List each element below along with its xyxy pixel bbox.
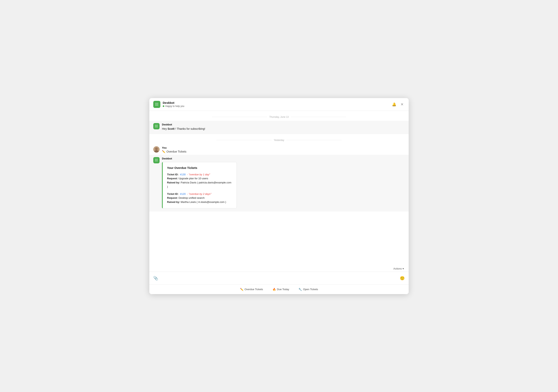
date-divider-thursday: Thursday, June 13: [149, 111, 409, 121]
ticket-raised-label-1: Raised by:: [167, 181, 180, 184]
bot-info: Deskbot Happy to help you: [163, 101, 391, 108]
ticket-entry-1: Ticket ID: #130 - "overdue by 1 day" Req…: [167, 173, 232, 189]
shortcut-overdue-tickets[interactable]: ✏️ Overdue Tickets: [238, 287, 265, 292]
header-actions: 🔔 ✕: [391, 102, 405, 107]
ticket-entry-2: Ticket ID: #120 - "overdue by 2 days" Re…: [167, 192, 232, 204]
chat-header: Deskbot Happy to help you 🔔 ✕: [149, 98, 409, 111]
bot-avatar-icon-2: [155, 158, 158, 162]
shortcut-open-label: Open Tickets: [303, 288, 318, 291]
user-message-text: Overdue Tickets: [166, 150, 186, 153]
ticket-raised-label-2: Raised by:: [167, 201, 180, 204]
user-avatar: [153, 146, 160, 153]
ticket-id-label-1: Ticket ID:: [167, 173, 178, 176]
actions-button[interactable]: Actions ▾: [392, 266, 406, 271]
date-divider-yesterday: Yesterday: [149, 134, 409, 144]
attach-button[interactable]: 📎: [152, 274, 160, 282]
user-message-content: ✏️ Overdue Tickets: [162, 150, 186, 153]
shortcut-due-today[interactable]: 🔥 Due Today: [271, 287, 291, 292]
bell-button[interactable]: 🔔: [391, 102, 397, 107]
actions-row: Actions ▾: [149, 265, 409, 272]
close-button[interactable]: ✕: [399, 102, 405, 107]
bot-avatar-2: [153, 157, 160, 163]
chat-body: Thursday, June 13 Deskbot Hey Scott ! Th…: [149, 111, 409, 265]
divider-line-left-2: [217, 140, 271, 140]
ticket-raised-line-1: Raised by: Patricia Davis ( patricia.dav…: [167, 181, 232, 189]
ticket-request-line-2: Request: Desktop unified search: [167, 196, 232, 200]
ticket-request-line-1: Request: Upgrade plan for 10 users: [167, 177, 232, 181]
bot-status: Happy to help you: [163, 105, 391, 108]
chat-window: Deskbot Happy to help you 🔔 ✕ Thursday, …: [149, 98, 409, 294]
ticket-id-label-2: Ticket ID:: [167, 192, 178, 196]
close-icon: ✕: [401, 102, 403, 107]
shortcut-overdue-label: Overdue Tickets: [244, 288, 263, 291]
user-sender-name: You: [162, 146, 186, 149]
ticket-id-line-2: Ticket ID: #120 - "overdue by 2 days": [167, 192, 232, 196]
ticket-raised-line-2: Raised by: Martha Lewis ( m.lewis@exampl…: [167, 200, 232, 204]
emoji-button[interactable]: 🙂: [398, 274, 406, 282]
svg-point-1: [154, 150, 159, 153]
bot-avatar-icon-1: [155, 124, 158, 128]
user-message-row: You ✏️ Overdue Tickets: [149, 144, 409, 155]
actions-chevron-icon: ▾: [402, 267, 404, 270]
bot-sender-name-2: Deskbot: [162, 157, 237, 160]
bot-message-content-1: Hey Scott ! Thanks for subscribing!: [162, 127, 205, 131]
bot-sender-name-1: Deskbot: [162, 123, 205, 126]
divider-line-right: [291, 117, 346, 117]
status-text: Happy to help you: [165, 105, 184, 108]
ticket-request-label-1: Request: [167, 177, 177, 180]
divider-line-right-2: [287, 140, 341, 140]
shortcut-due-label: Due Today: [277, 288, 289, 291]
bot-message-row-1: Deskbot Hey Scott ! Thanks for subscribi…: [149, 121, 409, 134]
ticket-id-link-2[interactable]: #120: [179, 192, 186, 196]
bot-name: Deskbot: [163, 101, 391, 104]
ticket-id-link-1[interactable]: #130: [179, 173, 186, 176]
attach-icon: 📎: [153, 276, 158, 281]
divider-line-left: [212, 117, 267, 117]
bot-logo: [153, 101, 160, 108]
chat-input[interactable]: [160, 277, 398, 280]
bot-avatar-1: [153, 123, 160, 129]
ticket-card: Your Overdue Tickets Ticket ID: #130 - "…: [162, 162, 237, 209]
emoji-icon: 🙂: [400, 276, 405, 281]
ticket-card-title: Your Overdue Tickets: [167, 166, 232, 170]
svg-point-0: [155, 147, 158, 150]
overdue-text-2: - "overdue by 2 days": [186, 192, 211, 196]
bot-message-row-2: Deskbot Your Overdue Tickets Ticket ID: …: [149, 155, 409, 212]
shortcut-wrench-icon: 🔧: [298, 288, 302, 291]
date-text-thursday: Thursday, June 13: [269, 116, 289, 118]
actions-label: Actions: [393, 267, 402, 270]
date-text-yesterday: Yesterday: [274, 139, 284, 142]
user-face-icon: [153, 146, 160, 153]
bottom-shortcuts: ✏️ Overdue Tickets 🔥 Due Today 🔧 Open Ti…: [149, 284, 409, 294]
overdue-text-1: - "overdue by 1 day": [186, 173, 210, 176]
shortcut-open-tickets[interactable]: 🔧 Open Tickets: [297, 287, 320, 292]
shortcut-fire-icon: 🔥: [272, 288, 276, 291]
ticket-id-line-1: Ticket ID: #130 - "overdue by 1 day": [167, 173, 232, 177]
pencil-icon: ✏️: [162, 150, 165, 153]
deskbot-logo-icon: [155, 102, 159, 107]
shortcut-pencil-icon: ✏️: [240, 288, 243, 291]
chat-input-area: 📎 🙂: [149, 272, 409, 284]
status-dot: [163, 105, 164, 107]
ticket-request-label-2: Request: [167, 196, 177, 199]
bell-icon: 🔔: [392, 102, 396, 107]
